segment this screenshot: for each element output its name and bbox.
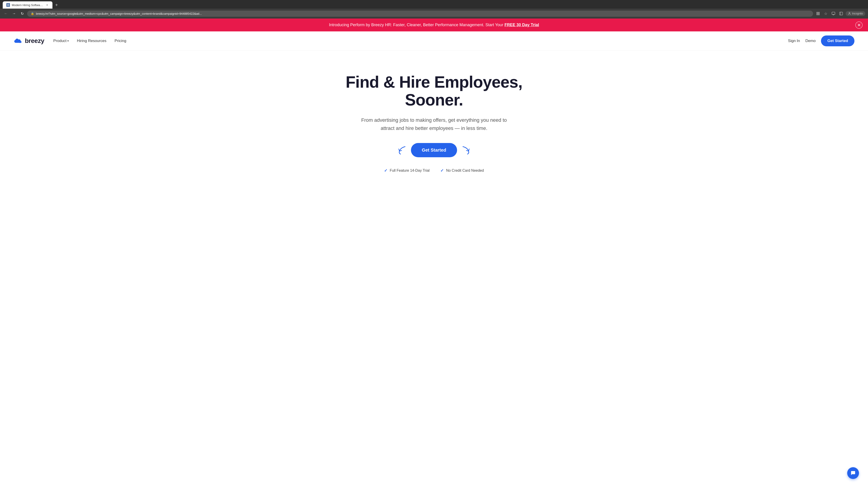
logo-icon: [13, 37, 23, 44]
svg-point-11: [19, 41, 21, 43]
extensions-icon[interactable]: [815, 10, 821, 17]
banner-cta-link[interactable]: FREE 30 Day Trial: [504, 23, 539, 27]
page-wrapper: Introducing Perform by Breezy HR: Faster…: [0, 19, 868, 191]
feature-trial-label: Full Feature 14-Day Trial: [390, 168, 430, 173]
tab-title: Modern Hiring Software & App...: [12, 3, 43, 7]
sidebar-icon[interactable]: [838, 10, 844, 17]
toolbar-actions: ☆ Incognito: [815, 10, 865, 17]
new-tab-button[interactable]: +: [53, 2, 60, 8]
announcement-banner: Introducing Perform by Breezy HR: Faster…: [0, 19, 868, 31]
nav-product[interactable]: Product ▾: [53, 39, 69, 43]
svg-point-10: [849, 12, 850, 13]
hero-cta-wrapper: Get Started: [341, 143, 527, 157]
nav-actions: Sign In Demo Get Started: [788, 35, 855, 46]
svg-rect-5: [832, 12, 835, 14]
hero-feature-no-cc: ✓ No Credit Card Needed: [440, 168, 484, 173]
check-icon-2: ✓: [440, 168, 444, 173]
svg-rect-4: [817, 14, 818, 15]
svg-rect-2: [818, 12, 819, 13]
incognito-label: Incognito: [852, 12, 863, 15]
nav-links: Product ▾ Hiring Resources Pricing: [53, 39, 788, 43]
chevron-down-icon: ▾: [67, 39, 69, 42]
lock-icon: 🔒: [31, 12, 34, 15]
tab-close-button[interactable]: ✕: [45, 3, 49, 7]
svg-rect-3: [818, 14, 819, 15]
hero-title: Find & Hire Employees, Sooner.: [341, 73, 527, 109]
feature-no-cc-label: No Credit Card Needed: [446, 168, 484, 173]
swoosh-right-icon: [461, 145, 472, 155]
hero-section: Find & Hire Employees, Sooner. From adve…: [332, 51, 536, 191]
tab-bar: Modern Hiring Software & App... ✕ +: [0, 0, 868, 8]
swoosh-left-icon: [396, 145, 407, 155]
browser-chrome: Modern Hiring Software & App... ✕ + ← → …: [0, 0, 868, 19]
hero-feature-trial: ✓ Full Feature 14-Day Trial: [384, 168, 430, 173]
tab-favicon: [6, 3, 10, 7]
downloads-icon[interactable]: [830, 10, 837, 17]
active-tab[interactable]: Modern Hiring Software & App... ✕: [3, 1, 53, 8]
check-icon-1: ✓: [384, 168, 388, 173]
url-input[interactable]: [36, 12, 809, 15]
address-bar[interactable]: 🔒: [27, 11, 813, 17]
refresh-button[interactable]: ↻: [19, 10, 25, 17]
back-button[interactable]: ←: [3, 10, 9, 17]
logo-link[interactable]: breezy: [13, 37, 44, 44]
browser-toolbar: ← → ↻ 🔒 ☆: [0, 8, 868, 19]
demo-link[interactable]: Demo: [805, 39, 815, 43]
banner-text: Introducing Perform by Breezy HR: Faster…: [329, 23, 539, 27]
logo-text: breezy: [25, 37, 44, 44]
hero-subtitle: From advertising jobs to making offers, …: [355, 116, 513, 132]
hero-get-started-button[interactable]: Get Started: [411, 143, 457, 157]
nav-get-started-button[interactable]: Get Started: [821, 35, 855, 46]
sign-in-link[interactable]: Sign In: [788, 39, 800, 43]
nav-pricing[interactable]: Pricing: [115, 39, 126, 43]
svg-rect-8: [840, 12, 843, 15]
banner-close-button[interactable]: ✕: [855, 22, 863, 29]
hero-features: ✓ Full Feature 14-Day Trial ✓ No Credit …: [341, 168, 527, 173]
svg-rect-1: [817, 12, 818, 13]
nav-hiring-resources[interactable]: Hiring Resources: [77, 39, 106, 43]
incognito-badge: Incognito: [846, 11, 865, 16]
forward-button[interactable]: →: [11, 10, 17, 17]
navbar: breezy Product ▾ Hiring Resources Pricin…: [0, 31, 868, 51]
bookmark-icon[interactable]: ☆: [823, 10, 829, 17]
